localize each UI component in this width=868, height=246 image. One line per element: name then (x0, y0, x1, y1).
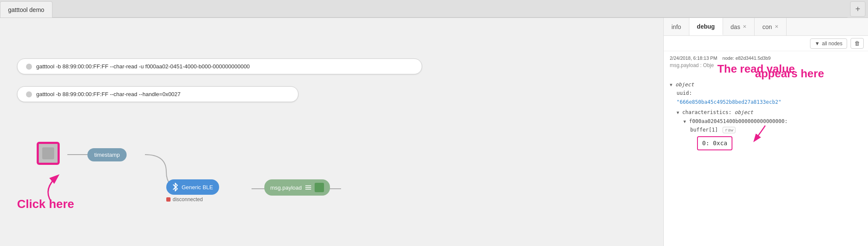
value-arrow (740, 123, 774, 145)
uuid-value: "666e850ba45c4952b8bed27a8133ecb2" (677, 99, 781, 105)
value-text: 0: 0xca (702, 140, 727, 146)
chars-expand: ▼ (677, 110, 679, 115)
inject-node[interactable] (38, 143, 59, 164)
tab-dashboard[interactable]: das ✕ (723, 18, 755, 35)
object-label: object (675, 82, 694, 88)
flow-editor: gatttool -b 88:99:00:00:FF:FF --char-rea… (0, 18, 663, 246)
dashboard-close[interactable]: ✕ (743, 24, 746, 29)
green-indicator (315, 183, 324, 192)
disconnected-text: disconnected (173, 196, 203, 202)
object-tree: ▼ object uuid: "666e850ba45c4952b8bed27a… (670, 80, 862, 150)
command-box-1: gatttool -b 88:99:00:00:FF:FF --char-rea… (17, 59, 422, 74)
debug-timestamp: 2/24/2018, 6:18:13 PM (670, 56, 717, 61)
main-content: gatttool -b 88:99:00:00:FF:FF --char-rea… (0, 18, 868, 246)
inject-node-inner (42, 147, 54, 159)
tab-info[interactable]: info (664, 18, 689, 35)
disconnected-status: disconnected (166, 196, 203, 202)
read-value-annotation-line1: The read value (717, 62, 795, 75)
char-expand: ▼ (683, 119, 686, 124)
uuid-row: uuid: "666e850ba45c4952b8bed27a8133ecb2" (677, 89, 862, 106)
clear-button[interactable]: 🗑 (851, 38, 864, 49)
inject-node-container (38, 143, 59, 164)
filter-label: all nodes (822, 41, 842, 47)
timestamp-node[interactable]: timestamp (87, 148, 127, 161)
payload-node[interactable]: msg.payload (264, 179, 330, 196)
buffer-row: buffer[1] raw (690, 126, 862, 135)
tab-label: gatttool demo (8, 6, 44, 13)
value-box: 0: 0xca (697, 136, 732, 151)
ble-label: Generic BLE (182, 184, 213, 190)
annotation-container: The read value (717, 62, 795, 76)
expand-icon: ▼ (670, 82, 672, 87)
object-root: ▼ object (670, 80, 862, 89)
command-text-2: gatttool -b 88:99:00:00:FF:FF --char-rea… (36, 91, 181, 97)
raw-tag: raw (723, 127, 735, 133)
right-tabs: info debug das ✕ con ✕ (664, 18, 868, 36)
click-arrow (26, 163, 77, 206)
uuid-key: uuid: (677, 90, 692, 96)
right-panel: info debug das ✕ con ✕ ▼ all nodes 🗑 (663, 18, 868, 246)
command-box-2: gatttool -b 88:99:00:00:FF:FF --char-rea… (17, 86, 298, 102)
cmd-dot-2 (26, 91, 32, 97)
active-tab[interactable]: gatttool demo (0, 1, 52, 18)
trash-icon: 🗑 (854, 40, 860, 47)
buffer-key: buffer[1] (690, 127, 718, 133)
payload-label-text: msg.payload : Obje (670, 62, 714, 68)
tab-spacer (787, 18, 868, 35)
timestamp-label: timestamp (94, 152, 120, 158)
tab-config[interactable]: con ✕ (755, 18, 787, 35)
payload-label: msg.payload (270, 184, 302, 191)
filter-icon: ▼ (815, 41, 820, 47)
value-row: 0: 0xca (697, 136, 862, 151)
debug-node: node: e82d3441.5d3b9 (723, 56, 771, 61)
tab-debug[interactable]: debug (689, 18, 723, 35)
add-tab-button[interactable]: + (850, 1, 865, 17)
debug-content: 2/24/2018, 6:18:13 PM node: e82d3441.5d3… (664, 51, 868, 246)
characteristics-type: object (735, 109, 753, 115)
disconnected-dot (166, 197, 171, 202)
config-close[interactable]: ✕ (775, 24, 778, 29)
menu-icon (305, 185, 311, 190)
command-text-1: gatttool -b 88:99:00:00:FF:FF --char-rea… (36, 63, 250, 70)
debug-meta: 2/24/2018, 6:18:13 PM node: e82d3441.5d3… (670, 56, 862, 61)
flow-connectors (0, 18, 663, 246)
bluetooth-icon (172, 183, 178, 191)
cmd-dot-1 (26, 64, 32, 70)
characteristics-row: ▼ characteristics: object (677, 108, 862, 117)
characteristics-key: characteristics: (682, 109, 732, 115)
ble-node-container: Generic BLE disconnected (166, 179, 219, 195)
debug-toolbar: ▼ all nodes 🗑 (664, 36, 868, 51)
filter-button[interactable]: ▼ all nodes (810, 38, 847, 49)
ble-node[interactable]: Generic BLE (166, 179, 219, 195)
tab-spacer (52, 17, 848, 18)
